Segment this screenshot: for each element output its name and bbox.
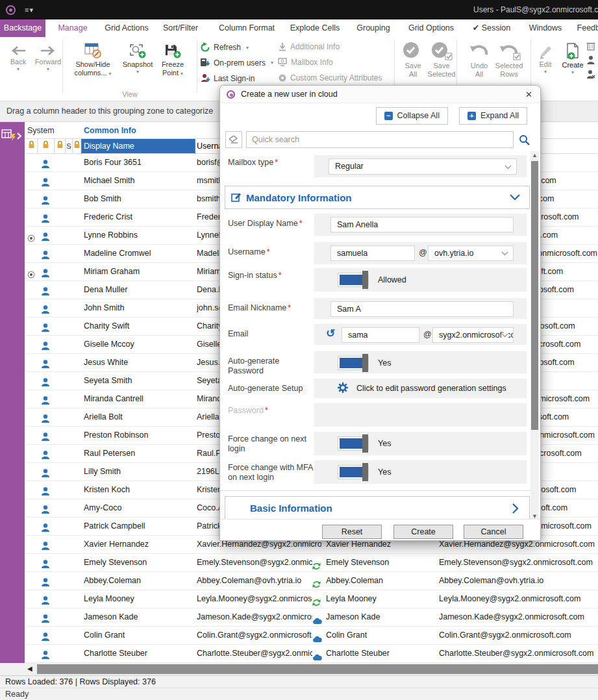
cell-display-name[interactable]: Xavier Hernandez [84,536,194,553]
undo-email-icon[interactable]: ↺ [326,327,335,340]
forward-button[interactable]: Forward▾ [34,45,62,72]
cell-email[interactable]: Jameson.Kade@sygx2.onmicrosoft.com [439,608,598,626]
cell-email[interactable]: Abbey.Coleman@ovh.ytria.io [439,572,598,590]
cell-username[interactable]: Emely.Stevenson@sygx2.onmicrosoft.com [197,554,312,571]
cell-display-name[interactable]: Lynne Robbins [84,227,194,244]
cell-name2[interactable]: Charlotte Steuber [326,645,436,662]
table-row[interactable]: Leyla MooneyLeyla.Mooney@sygx2.onmicroso… [25,590,598,608]
domain-dropdown[interactable]: sygx2.onmicrosoft.com [432,327,514,343]
cell-display-name[interactable]: Preston Robinson [84,427,194,444]
cell-name2[interactable]: Emely Stevenson [326,554,436,571]
cell-display-name[interactable]: Lilly Smith [84,463,194,481]
cell-display-name[interactable]: Raul Petersen [84,445,194,462]
cell-display-name[interactable]: Bob Smith [84,190,194,208]
cell-name2[interactable]: Jameson Kade [326,608,436,626]
toggle-switch[interactable] [338,273,369,287]
on-prem-users-button[interactable]: On-prem users▾ [200,58,273,68]
table-row[interactable]: Charlotte SteuberCharlotte.Steuber@sygx2… [25,645,598,663]
cell-username[interactable]: Colin.Grant@sygx2.onmicrosoft.com [197,627,312,644]
cell-display-name[interactable]: Giselle Mccoy [84,336,194,353]
cell-display-name[interactable]: Amy-Coco [84,499,194,517]
expand-section-icon[interactable] [512,503,519,514]
field-input[interactable]: Sam A [330,301,514,317]
edit-button[interactable]: Edit▾ [532,42,558,75]
field-input[interactable]: Sam Anella [330,217,514,232]
cell-display-name[interactable]: Charity Swift [84,318,194,335]
delete-icon[interactable] [586,41,595,51]
cell-email[interactable]: Leyla.Mooney@sygx2.onmicrosoft.com [439,590,598,608]
section-mandatory-information[interactable]: Mandatory Information [225,186,530,209]
cell-display-name[interactable]: Seyeta Smith [84,372,194,390]
last-sign-in-button[interactable]: Last Sign-in [200,73,255,83]
cell-display-name[interactable]: Colin Grant [84,627,194,644]
horizontal-scrollbar-thumb[interactable] [37,664,598,674]
save-selected-button[interactable]: SaveSelected [425,41,458,79]
snapshot-button[interactable]: Snapshot▾ [119,42,156,75]
column-header-lock[interactable] [38,139,55,154]
column-header-lock[interactable] [55,139,66,154]
group-header-system[interactable]: System [25,122,81,139]
cell-email[interactable]: Charlotte.Steuber@sygx2.onmicrosoft.com [439,645,598,662]
tab-feedback[interactable]: Feedback [556,19,598,37]
custom-security-attributes-button[interactable]: Custom Security Attributes [278,73,382,82]
back-button[interactable]: Back▾ [5,45,31,72]
cell-display-name[interactable]: Miranda Cantrell [84,390,194,408]
toggle-switch[interactable] [338,356,369,370]
create-button[interactable]: Create [393,525,453,539]
cell-username[interactable]: Leyla.Mooney@sygx2.onmicrosoft.com [197,590,312,608]
field-input[interactable]: samuela [330,245,415,261]
cell-display-name[interactable]: Ariella Bolt [84,408,194,426]
quick-access-toolbar-icon[interactable]: ≡▾ [25,6,34,14]
dialog-scrollbar[interactable]: ▲ ▼ [530,151,539,520]
dialog-close-icon[interactable]: ✕ [525,90,532,99]
cell-display-name[interactable]: Kristen Koch [84,481,194,499]
table-row[interactable]: Colin GrantColin.Grant@sygx2.onmicrosoft… [25,627,598,645]
column-header-lock[interactable] [26,139,38,154]
horizontal-scrollbar[interactable]: ◀ [0,663,598,675]
cell-display-name[interactable]: Leyla Mooney [84,590,194,608]
section-basic-information[interactable]: Basic Information [225,496,530,520]
cell-display-name[interactable]: Patrick Campbell [84,518,194,535]
cell-email[interactable]: Emely.Stevenson@sygx2.onmicrosoft.com [439,554,598,571]
freeze-point-button[interactable]: FreezePoint ▾ [157,42,188,77]
field-input[interactable]: sama [342,327,419,343]
domain-dropdown[interactable]: ovh.ytria.io [428,245,514,261]
reset-button[interactable]: Reset [322,525,382,539]
cell-display-name[interactable]: Madeline Cromwel [84,245,194,262]
collapse-section-icon[interactable] [510,194,520,201]
mailbox-type-dropdown[interactable]: Regular [329,158,517,175]
clear-search-button[interactable] [225,131,242,148]
scroll-up-icon[interactable]: ▲ [530,152,539,158]
cell-email[interactable]: Colin.Grant@sygx2.onmicrosoft.com [439,627,598,644]
table-row[interactable]: Abbey.ColemanAbbey.Coleman@ovh.ytria.ioA… [25,572,598,590]
cell-username[interactable]: Jameson.Kade@sygx2.onmicrosoft.com [197,608,312,626]
create-button-ribbon[interactable]: Create▾ [558,42,587,75]
show-hide-columns-button[interactable]: Show/Hidecolumns... ▾ [69,42,117,77]
table-row[interactable]: Emely StevensonEmely.Stevenson@sygx2.onm… [25,554,598,572]
cell-username[interactable]: Abbey.Coleman@ovh.ytria.io [197,572,312,590]
additional-info-button[interactable]: Additional Info [278,42,340,51]
table-row[interactable]: Jameson KadeJameson.Kade@sygx2.onmicroso… [25,608,598,627]
tab-column-format[interactable]: Column Format [208,19,286,37]
cancel-button[interactable]: Cancel [464,525,523,539]
user-icon[interactable] [586,55,595,65]
expand-all-button[interactable]: +Expand All [459,107,527,125]
cell-display-name[interactable]: John Smith [84,299,194,317]
cell-display-name[interactable]: Dena Muller [84,281,194,299]
user-remove-icon[interactable] [586,69,595,79]
selected-rows-button[interactable]: SelectedRows [492,41,526,79]
cell-display-name[interactable]: Charlotte Steuber [84,645,194,662]
cell-display-name[interactable]: Jameson Kade [84,608,194,626]
cell-name2[interactable]: Abbey.Coleman [326,572,436,590]
cell-display-name[interactable]: Frederic Crist [84,208,194,226]
column-header-display-name[interactable]: Display Name [81,139,195,154]
column-header-s[interactable]: S [66,139,73,154]
cell-display-name[interactable]: Boris Four 3651 [84,154,194,171]
cell-display-name[interactable]: Michael Smith [84,172,194,190]
toggle-switch[interactable] [338,465,369,479]
collapse-all-button[interactable]: −Collapse All [376,107,448,125]
scroll-left-arrow-icon[interactable]: ◀ [27,665,32,672]
cell-name2[interactable]: Leyla Mooney [326,590,436,608]
mailbox-info-button[interactable]: Mailbox Info [278,58,333,67]
refresh-button[interactable]: Refresh▾ [200,42,249,53]
